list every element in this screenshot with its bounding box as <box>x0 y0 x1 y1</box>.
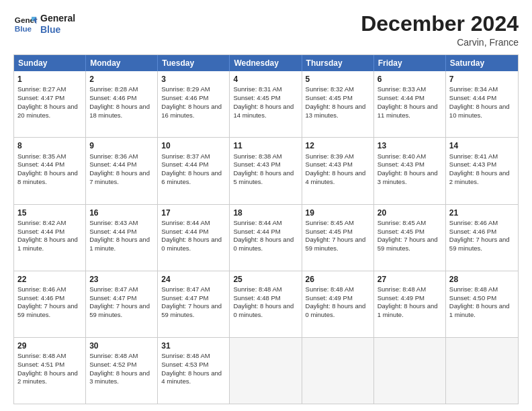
sunset-label: Sunset: 4:45 PM <box>378 228 425 235</box>
calendar-body: 1Sunrise: 8:27 AMSunset: 4:47 PMDaylight… <box>14 71 518 404</box>
daylight-label: Daylight: 8 hours and 4 minutes. <box>161 369 222 385</box>
sunrise-label: Sunrise: 8:36 AM <box>89 152 138 160</box>
sunrise-label: Sunrise: 8:45 AM <box>306 219 354 226</box>
sunrise-label: Sunrise: 8:48 AM <box>89 352 138 359</box>
daylight-label: Daylight: 8 hours and 0 minutes. <box>161 236 222 252</box>
sunset-label: Sunset: 4:47 PM <box>161 294 208 302</box>
day-number: 11 <box>233 140 298 151</box>
day-number: 2 <box>89 74 154 85</box>
header-day-sunday: Sunday <box>14 55 86 71</box>
day-number: 21 <box>449 208 515 218</box>
daylight-label: Daylight: 8 hours and 10 minutes. <box>449 103 510 119</box>
month-title: December 2024 <box>361 12 519 36</box>
sunset-label: Sunset: 4:48 PM <box>233 294 280 302</box>
day-number: 29 <box>17 340 82 351</box>
day-cell-28: 28Sunrise: 8:48 AMSunset: 4:50 PMDayligh… <box>446 271 518 337</box>
day-cell-30: 30Sunrise: 8:48 AMSunset: 4:52 PMDayligh… <box>86 338 158 404</box>
daylight-label: Daylight: 8 hours and 14 minutes. <box>233 103 294 119</box>
day-cell-12: 12Sunrise: 8:39 AMSunset: 4:43 PMDayligh… <box>302 138 374 203</box>
sunrise-label: Sunrise: 8:48 AM <box>449 285 498 293</box>
day-cell-21: 21Sunrise: 8:46 AMSunset: 4:46 PMDayligh… <box>446 205 518 271</box>
day-number: 25 <box>233 274 298 285</box>
calendar-row-1: 1Sunrise: 8:27 AMSunset: 4:47 PMDaylight… <box>14 71 518 137</box>
daylight-label: Daylight: 7 hours and 59 minutes. <box>17 302 78 318</box>
day-cell-7: 7Sunrise: 8:34 AMSunset: 4:44 PMDaylight… <box>446 71 518 137</box>
day-number: 31 <box>161 340 226 351</box>
sunrise-label: Sunrise: 8:32 AM <box>306 85 354 93</box>
sunset-label: Sunset: 4:46 PM <box>89 94 136 101</box>
day-number: 6 <box>378 74 442 85</box>
day-cell-23: 23Sunrise: 8:47 AMSunset: 4:47 PMDayligh… <box>86 271 158 337</box>
daylight-label: Daylight: 8 hours and 0 minutes. <box>306 302 366 318</box>
day-cell-17: 17Sunrise: 8:44 AMSunset: 4:44 PMDayligh… <box>158 205 230 271</box>
daylight-label: Daylight: 8 hours and 4 minutes. <box>306 169 366 185</box>
day-cell-20: 20Sunrise: 8:45 AMSunset: 4:45 PMDayligh… <box>374 205 446 271</box>
day-cell-13: 13Sunrise: 8:40 AMSunset: 4:43 PMDayligh… <box>374 138 446 203</box>
sunrise-label: Sunrise: 8:47 AM <box>161 285 210 293</box>
empty-cell-r4c6 <box>446 338 518 404</box>
day-number: 7 <box>449 74 515 85</box>
sunset-label: Sunset: 4:53 PM <box>161 361 208 368</box>
header-day-wednesday: Wednesday <box>230 55 302 71</box>
daylight-label: Daylight: 8 hours and 1 minute. <box>378 302 438 318</box>
day-cell-2: 2Sunrise: 8:28 AMSunset: 4:46 PMDaylight… <box>86 71 158 137</box>
day-cell-11: 11Sunrise: 8:38 AMSunset: 4:43 PMDayligh… <box>230 138 302 203</box>
day-cell-9: 9Sunrise: 8:36 AMSunset: 4:44 PMDaylight… <box>86 138 158 203</box>
sunset-label: Sunset: 4:43 PM <box>449 161 496 168</box>
sunset-label: Sunset: 4:44 PM <box>161 161 208 168</box>
calendar-row-5: 29Sunrise: 8:48 AMSunset: 4:51 PMDayligh… <box>14 337 518 404</box>
daylight-label: Daylight: 8 hours and 3 minutes. <box>89 369 150 385</box>
sunset-label: Sunset: 4:52 PM <box>89 361 136 368</box>
day-cell-5: 5Sunrise: 8:32 AMSunset: 4:45 PMDaylight… <box>302 71 374 137</box>
day-cell-22: 22Sunrise: 8:46 AMSunset: 4:46 PMDayligh… <box>14 271 86 337</box>
sunrise-label: Sunrise: 8:38 AM <box>233 152 281 160</box>
sunset-label: Sunset: 4:44 PM <box>161 228 208 235</box>
day-number: 8 <box>17 140 82 151</box>
sunrise-label: Sunrise: 8:46 AM <box>17 285 66 293</box>
header-day-tuesday: Tuesday <box>158 55 230 71</box>
day-number: 16 <box>89 208 154 218</box>
daylight-label: Daylight: 8 hours and 2 minutes. <box>449 169 510 185</box>
sunrise-label: Sunrise: 8:46 AM <box>449 219 498 226</box>
sunrise-label: Sunrise: 8:27 AM <box>17 85 66 93</box>
day-cell-25: 25Sunrise: 8:48 AMSunset: 4:48 PMDayligh… <box>230 271 302 337</box>
day-cell-31: 31Sunrise: 8:48 AMSunset: 4:53 PMDayligh… <box>158 338 230 404</box>
empty-cell-r4c3 <box>230 338 302 404</box>
sunset-label: Sunset: 4:44 PM <box>449 94 496 101</box>
daylight-label: Daylight: 8 hours and 1 minute. <box>89 236 150 252</box>
day-cell-26: 26Sunrise: 8:48 AMSunset: 4:49 PMDayligh… <box>302 271 374 337</box>
sunset-label: Sunset: 4:49 PM <box>378 294 425 302</box>
calendar-row-3: 15Sunrise: 8:42 AMSunset: 4:44 PMDayligh… <box>14 204 518 271</box>
day-number: 15 <box>17 208 82 218</box>
empty-cell-r4c4 <box>302 338 374 404</box>
day-cell-16: 16Sunrise: 8:43 AMSunset: 4:44 PMDayligh… <box>86 205 158 271</box>
calendar-row-2: 8Sunrise: 8:35 AMSunset: 4:44 PMDaylight… <box>14 137 518 203</box>
daylight-label: Daylight: 8 hours and 3 minutes. <box>378 169 438 185</box>
sunset-label: Sunset: 4:47 PM <box>17 94 64 101</box>
sunrise-label: Sunrise: 8:41 AM <box>449 152 498 160</box>
sunrise-label: Sunrise: 8:40 AM <box>378 152 426 160</box>
daylight-label: Daylight: 7 hours and 59 minutes. <box>378 236 438 252</box>
sunset-label: Sunset: 4:44 PM <box>17 228 64 235</box>
day-number: 12 <box>306 140 370 151</box>
sunset-label: Sunset: 4:46 PM <box>449 228 496 235</box>
sunset-label: Sunset: 4:47 PM <box>89 294 136 302</box>
sunrise-label: Sunrise: 8:45 AM <box>378 219 426 226</box>
daylight-label: Daylight: 7 hours and 59 minutes. <box>449 236 510 252</box>
day-cell-27: 27Sunrise: 8:48 AMSunset: 4:49 PMDayligh… <box>374 271 446 337</box>
sunset-label: Sunset: 4:49 PM <box>306 294 353 302</box>
day-number: 30 <box>89 340 154 351</box>
location: Carvin, France <box>361 37 519 48</box>
sunset-label: Sunset: 4:46 PM <box>17 294 64 302</box>
day-number: 18 <box>233 208 298 218</box>
daylight-label: Daylight: 8 hours and 8 minutes. <box>17 169 78 185</box>
page: General Blue General Blue December 2024 … <box>0 0 532 411</box>
daylight-label: Daylight: 8 hours and 2 minutes. <box>17 369 78 385</box>
daylight-label: Daylight: 7 hours and 59 minutes. <box>89 302 150 318</box>
day-number: 19 <box>306 208 370 218</box>
svg-text:Blue: Blue <box>15 24 32 33</box>
sunset-label: Sunset: 4:45 PM <box>306 228 353 235</box>
daylight-label: Daylight: 8 hours and 6 minutes. <box>161 169 222 185</box>
day-number: 5 <box>306 74 370 85</box>
day-cell-10: 10Sunrise: 8:37 AMSunset: 4:44 PMDayligh… <box>158 138 230 203</box>
